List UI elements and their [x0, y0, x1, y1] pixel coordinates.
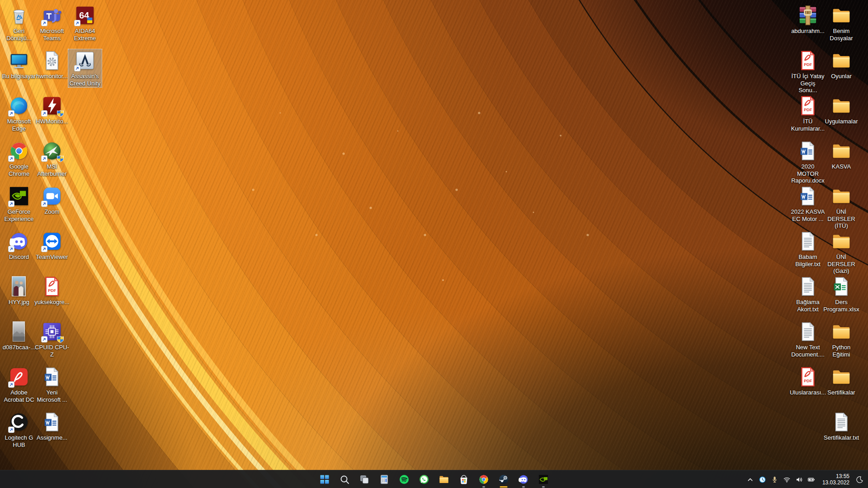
ba-lama-akort-txt-icon	[797, 276, 818, 297]
desktop-icon-abdurrahm[interactable]: abdurrahm...	[791, 4, 825, 36]
desktop-icon-msi-afterburner[interactable]: MSI Afterburner	[35, 139, 69, 178]
desktop-icon-python-e-itimi[interactable]: Python Eğitimi	[824, 320, 859, 359]
assignme-icon	[42, 412, 62, 432]
bu-bilgisayar-icon	[9, 50, 29, 71]
desktop-icon-sertifikalar-txt[interactable]: Sertifikalar.txt	[824, 410, 859, 442]
desktop-icon-assassin-s-creed-unity[interactable]: Assassin's Creed Unity	[68, 49, 102, 88]
desktop-icon-d087bcaa[interactable]: d087bcaa-...	[2, 320, 36, 352]
desktop-icons-layer: Geri Dönüşü...Bu bilgisayarMicrosoft Edg…	[0, 0, 868, 470]
tray-clock-app-icon[interactable]	[757, 472, 769, 487]
desktop-icon-i-t-kurumlarar[interactable]: PDFİTÜ Kurumlarar...	[791, 94, 825, 133]
desktop-icon-geforce-experience[interactable]: GeForce Experience	[2, 184, 36, 223]
desktop-icon-sertifikalar[interactable]: Sertifikalar	[824, 365, 859, 397]
running-indicator	[482, 486, 485, 488]
icon-label: KASVA	[832, 163, 851, 170]
svg-text:PDF: PDF	[804, 62, 812, 67]
shortcut-arrow-icon	[74, 20, 80, 26]
desktop-icon-discord[interactable]: Discord	[2, 230, 36, 262]
tray-volume-icon[interactable]	[793, 472, 805, 487]
svg-text:PDF: PDF	[804, 108, 812, 112]
icon-label: İTÜ Kurumlarar...	[791, 118, 825, 132]
taskbar-button-discord[interactable]	[514, 470, 533, 488]
shortcut-arrow-icon	[8, 155, 14, 162]
desktop-icon-2022-kasva-ec-motor[interactable]: 2022 KASVA EC Motor ...	[791, 184, 825, 223]
sertifikalar-txt-icon	[831, 412, 852, 432]
desktop-icon-hwmonitor[interactable]: hwmonitor...	[35, 49, 69, 81]
icon-label: d087bcaa-...	[3, 344, 35, 351]
focus-assist-moon-icon[interactable]	[854, 472, 865, 487]
geri-d-n-icon	[9, 5, 29, 26]
shortcut-arrow-icon	[41, 110, 47, 117]
icon-label: 2022 KASVA EC Motor ...	[791, 208, 825, 222]
taskbar-button-task-view[interactable]	[354, 470, 374, 488]
desktop-icon-uluslararas[interactable]: PDFUluslararası...	[791, 365, 825, 397]
desktop-icon-geri-d-n[interactable]: Geri Dönüşü...	[2, 4, 36, 42]
desktop-icon-logitech-g-hub[interactable]: Logitech G HUB	[2, 410, 36, 449]
running-indicator	[500, 486, 508, 488]
taskbar-button-chrome[interactable]	[474, 470, 494, 488]
desktop-icon-kasva[interactable]: KASVA	[824, 139, 859, 171]
desktop-icon-zoom[interactable]: Zoom	[35, 184, 69, 216]
tray-battery-icon[interactable]	[806, 472, 817, 487]
desktop-icon-i-t-i-i-yatay-ge-i-sonu[interactable]: PDFİTÜ İçi Yatay Geçiş Sonu...	[791, 49, 825, 95]
running-indicator	[542, 486, 545, 488]
tray-wifi-icon[interactable]	[781, 472, 793, 487]
desktop-icon-adobe-acrobat-dc[interactable]: Adobe Acrobat DC	[2, 365, 36, 404]
icon-label: Bu bilgisayar	[2, 73, 36, 80]
running-indicator	[522, 486, 525, 488]
desktop-icon-benim-dosyalar[interactable]: Benim Dosyalar	[824, 4, 859, 42]
sertifikalar-icon	[831, 366, 852, 387]
desktop-icon-2020-motor-raporu-docx[interactable]: 2020 MOTOR Raporu.docx	[791, 139, 825, 185]
desktop-icon-cpuid-cpu-z[interactable]: CPUID CPU-Z	[35, 320, 69, 359]
desktop-icon-microsoft-teams[interactable]: Microsoft Teams	[35, 4, 69, 42]
tray-microphone-icon[interactable]	[769, 472, 781, 487]
msi-afterburner-icon	[42, 141, 62, 161]
desktop-icon-ni-dersler-i-t[interactable]: ÜNİ DERSLER (İTÜ)	[824, 184, 859, 230]
taskbar-button-steam[interactable]	[494, 470, 514, 488]
google-chrome-icon	[9, 141, 29, 161]
d087bcaa-icon	[9, 321, 29, 342]
taskbar-button-nvidia-geforce[interactable]	[533, 470, 553, 488]
desktop-icon-aida64-extreme[interactable]: 64AIDA64 Extreme	[68, 4, 102, 42]
taskbar-button-spotify[interactable]	[394, 470, 414, 488]
uac-shield-icon	[57, 336, 64, 343]
2022-kasva-ec-motor-icon	[797, 186, 818, 206]
tray-chevron-up-icon[interactable]	[745, 472, 756, 487]
icon-label: TeamViewer	[36, 253, 68, 261]
taskbar-button-calculator[interactable]	[374, 470, 394, 488]
desktop-icon-hwmonito[interactable]: HWMonito...	[35, 94, 69, 126]
desktop-icon-oyunlar[interactable]: Oyunlar	[824, 49, 859, 81]
adobe-acrobat-dc-icon	[9, 366, 29, 387]
icon-label: Benim Dosyalar	[824, 28, 859, 42]
desktop-icon-ders-program-xlsx[interactable]: Ders Programı.xlsx	[824, 275, 859, 314]
taskbar-button-start[interactable]	[315, 470, 335, 488]
shortcut-arrow-icon	[8, 201, 14, 207]
desktop-icon-uygulamalar[interactable]: Uygulamalar	[824, 94, 859, 126]
uac-shield-icon	[57, 110, 64, 117]
svg-text:PDF: PDF	[48, 288, 57, 293]
desktop-icon-new-text-document[interactable]: New Text Document....	[791, 320, 825, 359]
desktop-icon-hyy-jpg[interactable]: HYY.jpg	[2, 275, 36, 307]
desktop-icon-google-chrome[interactable]: Google Chrome	[2, 139, 36, 178]
desktop-icon-bu-bilgisayar[interactable]: Bu bilgisayar	[2, 49, 36, 81]
oyunlar-icon	[831, 50, 852, 71]
taskbar-button-search[interactable]	[335, 470, 354, 488]
taskbar-button-whatsapp[interactable]	[414, 470, 434, 488]
shortcut-arrow-icon	[41, 20, 47, 26]
icon-label: Bağlama Akort.txt	[791, 299, 825, 313]
taskbar-button-file-explorer[interactable]	[434, 470, 454, 488]
desktop-icon-teamviewer[interactable]: TeamViewer	[35, 230, 69, 262]
desktop-icon-assignme[interactable]: Assignme...	[35, 410, 69, 442]
desktop-icon-yeni-microsoft[interactable]: Yeni Microsoft ...	[35, 365, 69, 404]
desktop-icon-microsoft-edge[interactable]: Microsoft Edge	[2, 94, 36, 133]
desktop-icon-ba-lama-akort-txt[interactable]: Bağlama Akort.txt	[791, 275, 825, 314]
desktop-icon-babam-bilgiler-txt[interactable]: Babam Bilgiler.txt	[791, 230, 825, 268]
icon-label: AIDA64 Extreme	[68, 28, 102, 42]
hyy-jpg-icon	[9, 276, 29, 297]
shortcut-arrow-icon	[8, 246, 14, 252]
icon-label: hwmonitor...	[36, 73, 68, 80]
desktop-icon-yuksekogre[interactable]: PDFyuksekogre...	[35, 275, 69, 307]
taskbar-button-microsoft-store[interactable]	[454, 470, 474, 488]
taskbar-clock[interactable]: 13:55 13.03.2022	[818, 473, 853, 486]
desktop-icon-ni-dersler-gazi[interactable]: ÜNİ DERSLER (Gazi)	[824, 230, 859, 276]
